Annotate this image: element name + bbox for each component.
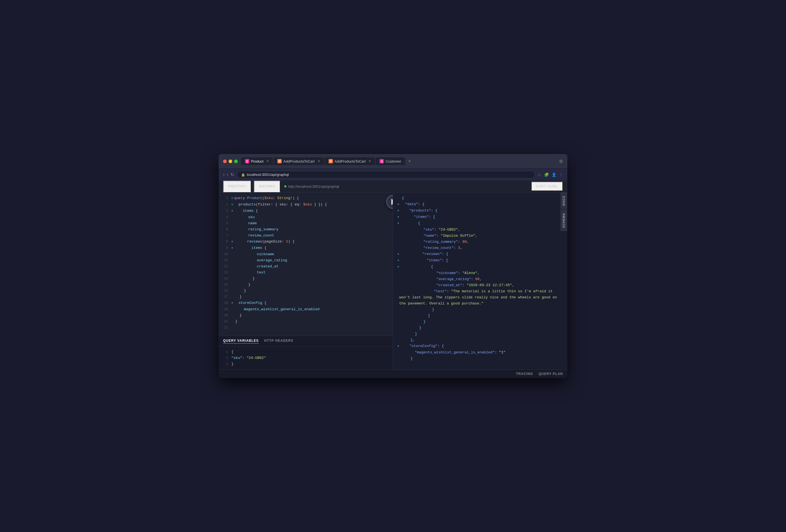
variables-content[interactable]: 1{2 "sku": "24-UB02"3}	[218, 347, 393, 369]
back-button[interactable]: ‹	[223, 172, 225, 177]
url-bar[interactable]: 🔒 localhost:3001/api/graphql	[237, 171, 535, 178]
line-number: 11	[222, 258, 228, 264]
result-content: }	[402, 325, 421, 331]
browser-window: Q Product ✕ M AddProductsToCart ✕ M AddP…	[218, 154, 568, 378]
tab-http-headers[interactable]: HTTP HEADERS	[264, 339, 293, 344]
code-content: average_rating	[235, 258, 287, 264]
schema-tab[interactable]: SCHEMA	[560, 210, 568, 231]
forward-button[interactable]: ›	[227, 172, 228, 177]
result-line: ]	[393, 331, 568, 337]
code-content: }	[235, 282, 251, 288]
extensions-button[interactable]: 🧩	[544, 172, 549, 177]
result-line: ▼ "storeConfig": {	[393, 343, 568, 349]
new-tab-button[interactable]: +	[406, 157, 414, 165]
tab-close-product[interactable]: ✕	[266, 160, 269, 163]
result-toggle-icon[interactable]: ▼	[397, 264, 399, 270]
settings-button[interactable]: ⚙	[559, 159, 563, 164]
toggle-icon[interactable]: ▼	[231, 202, 233, 208]
editor-line: 7 review_count	[218, 233, 393, 239]
result-content: "storeConfig": {	[401, 343, 444, 349]
result-toggle-icon[interactable]: ▼	[397, 221, 399, 227]
line-number: 18	[222, 300, 228, 306]
result-toggle-icon[interactable]: ▼	[397, 258, 399, 264]
query-plan-button[interactable]: QUERY PLAN	[538, 372, 563, 376]
editor-line: 6 rating_summary	[218, 226, 393, 233]
bookmark-button[interactable]: ☆	[538, 172, 541, 177]
minimize-traffic-light[interactable]	[229, 160, 232, 163]
play-icon	[391, 199, 393, 205]
code-content: review_count	[235, 233, 274, 239]
editor-line: 20 }	[218, 312, 393, 318]
line-number: 20	[222, 312, 228, 318]
close-traffic-light[interactable]	[223, 160, 227, 163]
docs-tab[interactable]: DOCS	[560, 192, 568, 209]
toggle-icon[interactable]: ▼	[231, 239, 233, 245]
toggle-icon[interactable]: ▼	[231, 195, 233, 201]
bottom-bar: TRACING QUERY PLAN	[218, 369, 568, 378]
line-number: 1	[222, 349, 228, 355]
editor-line: 4 sku	[218, 214, 393, 220]
tab-query-variables[interactable]: QUERY VARIABLES	[223, 339, 259, 344]
result-line: "review_count": 3,	[393, 245, 568, 251]
result-line: },	[393, 337, 568, 343]
result-toggle-icon[interactable]: ▼	[397, 208, 399, 214]
history-button[interactable]: HISTORY	[254, 180, 280, 192]
run-button[interactable]	[386, 195, 393, 209]
toolbar-separator	[252, 184, 253, 189]
code-content: }	[235, 276, 255, 282]
result-content: {	[401, 220, 420, 226]
tab-bar: Q Product ✕ M AddProductsToCart ✕ M AddP…	[241, 157, 556, 165]
toggle-icon[interactable]: ▼	[231, 208, 233, 214]
endpoint-display: http://localhost:3001/api/graphql	[280, 182, 343, 191]
line-number: 8	[222, 239, 228, 245]
toggle-icon[interactable]: ▼	[231, 300, 233, 306]
line-number: 3	[222, 361, 228, 367]
variable-line: 1{	[218, 349, 393, 355]
editor-area[interactable]: 1▼query Product($sku: String!) {2▼ produ…	[218, 192, 393, 336]
tab-close-add1[interactable]: ✕	[318, 160, 320, 163]
line-number: 2	[222, 355, 228, 361]
line-number: 4	[222, 214, 228, 220]
browser-tab-add1[interactable]: M AddProductsToCart ✕	[273, 157, 324, 165]
result-content: "name": "Impulse Duffle",	[402, 233, 478, 239]
line-number: 21	[222, 318, 228, 324]
result-line: }	[393, 325, 568, 331]
browser-tab-add2[interactable]: M AddProductsToCart ✕	[325, 157, 375, 165]
result-content: "sku": "24-UB02",	[402, 227, 460, 233]
title-bar: Q Product ✕ M AddProductsToCart ✕ M AddP…	[218, 154, 568, 168]
endpoint-status-dot	[284, 185, 286, 188]
code-content: storeConfig {	[234, 300, 267, 306]
result-content: "text": "The material is a little thin s…	[399, 288, 563, 307]
browser-tab-product[interactable]: Q Product ✕	[241, 157, 273, 165]
code-content: reviews(pageSize: 1) {	[234, 239, 295, 245]
code-content: }	[235, 294, 241, 300]
browser-tab-customer[interactable]: Q Customer	[375, 157, 405, 165]
reload-button[interactable]: ↻	[231, 172, 234, 177]
code-content: name	[235, 220, 257, 226]
editor-line: 13 text	[218, 270, 393, 276]
result-toggle-icon[interactable]: ▼	[397, 201, 399, 208]
menu-button[interactable]: ⋮	[559, 172, 563, 177]
tracing-button[interactable]: TRACING	[516, 372, 533, 376]
tab-icon-customer: Q	[379, 159, 384, 163]
maximize-traffic-light[interactable]	[234, 160, 238, 163]
editor-line: 11 average_rating	[218, 258, 393, 264]
result-line: }	[393, 356, 568, 362]
result-content: "magento_wishlist_general_is_enabled": "…	[402, 349, 505, 356]
result-toggle-icon[interactable]: ▼	[397, 214, 399, 220]
editor-line: 2▼ products(filter: { sku: { eq: $sku } …	[218, 201, 393, 208]
result-content: "created_at": "2020-09-23 12:27:45",	[402, 282, 514, 288]
result-toggle-icon[interactable]: ▼	[397, 343, 399, 349]
line-number: 16	[222, 288, 228, 294]
profile-button[interactable]: 👤	[552, 172, 556, 177]
tab-close-add2[interactable]: ✕	[368, 160, 371, 163]
result-content: "data": {	[401, 201, 424, 208]
editor-line: 14 }	[218, 276, 393, 282]
result-content: }	[402, 319, 426, 325]
toggle-icon[interactable]: ▼	[231, 245, 233, 251]
tab-icon-add2: M	[328, 159, 333, 163]
copy-curl-button[interactable]: COPY CURL	[531, 182, 563, 191]
result-toggle-icon[interactable]: ▼	[397, 251, 399, 258]
result-content: "nickname": "Alene",	[402, 270, 480, 276]
prettify-button[interactable]: PRETTIFY	[223, 180, 251, 192]
